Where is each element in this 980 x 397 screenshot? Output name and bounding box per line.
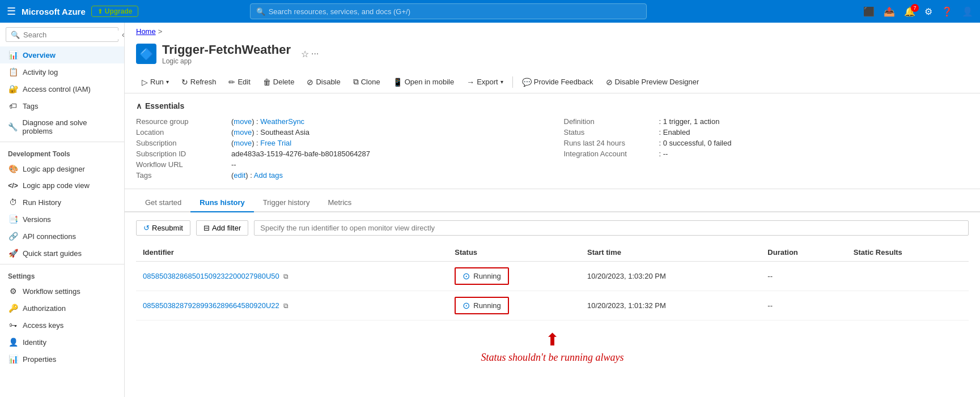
runs-table: Identifier Status Start time Duration St… — [136, 244, 969, 321]
sidebar-item-quick-start[interactable]: 🚀 Quick start guides — [0, 245, 124, 262]
resource-group-link[interactable]: WeatherSync — [260, 117, 304, 126]
export-button[interactable]: → Export ▾ — [461, 75, 509, 89]
azure-logo: Microsoft Azure — [22, 7, 86, 16]
delete-button[interactable]: 🗑 Delete — [257, 75, 300, 89]
workflow-url-label: Workflow URL — [136, 160, 227, 169]
sidebar-item-label: Quick start guides — [23, 249, 82, 258]
sidebar-item-run-history[interactable]: ⏱ Run History — [0, 194, 124, 211]
identity-icon: 👤 — [8, 338, 18, 347]
run-button[interactable]: ▷ Run ▾ — [136, 75, 175, 89]
sidebar-item-diagnose[interactable]: 🔧 Diagnose and solve problems — [0, 114, 124, 139]
tab-get-started[interactable]: Get started — [136, 194, 190, 212]
help-icon[interactable]: ❓ — [941, 6, 953, 17]
location-value: (move) : Southeast Asia — [231, 128, 309, 136]
toolbar: ▷ Run ▾ ↻ Refresh ✏ Edit 🗑 Delete ⊘ Disa… — [125, 71, 980, 93]
disable-button[interactable]: ⊘ Disable — [301, 75, 346, 89]
resubmit-label: Resubmit — [152, 224, 183, 232]
run-label: Run — [150, 78, 164, 86]
more-options-button[interactable]: ··· — [311, 49, 319, 59]
sidebar-search-box[interactable]: 🔍 « — [6, 27, 118, 42]
sidebar-search-icon: 🔍 — [11, 31, 20, 39]
tab-trigger-history[interactable]: Trigger history — [254, 194, 319, 212]
identifier-link[interactable]: 085850382879289936289664580920U22 — [143, 301, 279, 310]
sidebar-item-designer[interactable]: 🎨 Logic app designer — [0, 160, 124, 177]
tags-value: (edit) : Add tags — [231, 171, 283, 180]
tags-edit-link[interactable]: edit — [234, 171, 245, 180]
resubmit-icon: ↺ — [143, 224, 150, 232]
clone-label: Clone — [361, 78, 380, 86]
topbar: ☰ Microsoft Azure Upgrade 🔍 ⬛ 📤 🔔 7 ⚙ ❓ … — [0, 0, 980, 23]
essentials-status: Status : Enabled — [564, 127, 969, 138]
sidebar-item-versions[interactable]: 📑 Versions — [0, 211, 124, 228]
sidebar-item-workflow-settings[interactable]: ⚙ Workflow settings — [0, 283, 124, 300]
sidebar-item-iam[interactable]: 🔐 Access control (IAM) — [0, 80, 124, 97]
running-icon: ⊙ — [463, 271, 470, 281]
subscription-move-link[interactable]: move — [234, 139, 252, 147]
provide-feedback-button[interactable]: 💬 Provide Feedback — [516, 75, 599, 89]
delete-icon: 🗑 — [263, 78, 271, 87]
status-badge: ⊙ Running — [455, 267, 508, 285]
tab-metrics[interactable]: Metrics — [319, 194, 360, 212]
sidebar-item-api-connections[interactable]: 🔗 API connections — [0, 228, 124, 245]
portal-icon[interactable]: 📤 — [884, 6, 895, 17]
sidebar-item-code-view[interactable]: </> Logic app code view — [0, 177, 124, 194]
copy-icon[interactable]: ⧉ — [283, 272, 289, 280]
page-subtitle: Logic app — [162, 57, 291, 65]
essentials-toggle[interactable]: ∧ — [136, 101, 142, 110]
essentials-definition: Definition : 1 trigger, 1 action — [564, 116, 969, 127]
edit-button[interactable]: ✏ Edit — [223, 75, 256, 89]
sidebar-item-label: Access control (IAM) — [23, 85, 91, 93]
col-status: Status — [448, 244, 580, 262]
clone-button[interactable]: ⧉ Clone — [347, 74, 386, 89]
essentials-subscription: Subscription (move) : Free Trial — [136, 138, 541, 148]
runs-toolbar: ↺ Resubmit ⊟ Add filter — [136, 220, 969, 236]
essentials-title: ∧ Essentials — [136, 101, 969, 110]
integration-value: : -- — [659, 150, 668, 158]
copy-icon[interactable]: ⧉ — [283, 302, 289, 310]
global-search[interactable]: 🔍 — [250, 3, 647, 19]
disable-preview-button[interactable]: ⊘ Disable Preview Designer — [600, 75, 705, 89]
sidebar-item-properties[interactable]: 📊 Properties — [0, 351, 124, 368]
favorite-button[interactable]: ☆ — [301, 49, 309, 59]
sidebar-item-label: Logic app designer — [23, 165, 85, 173]
cloud-shell-icon[interactable]: ⬛ — [863, 6, 875, 17]
account-icon[interactable]: 👤 — [962, 6, 973, 17]
runs-content: ↺ Resubmit ⊟ Add filter Identifier Statu… — [125, 212, 980, 372]
sidebar-item-label: Workflow settings — [23, 287, 80, 296]
identifier-link[interactable]: 085850382868501509232200027980U50 — [143, 272, 279, 280]
search-input[interactable] — [269, 7, 640, 16]
notification-icon[interactable]: 🔔 7 — [904, 6, 915, 17]
sidebar-item-authorization[interactable]: 🔑 Authorization — [0, 300, 124, 317]
status-text: Running — [473, 272, 500, 280]
resubmit-button[interactable]: ↺ Resubmit — [136, 220, 190, 236]
disable-icon: ⊘ — [307, 78, 313, 87]
essentials-title-text: Essentials — [145, 101, 184, 110]
sidebar-item-identity[interactable]: 👤 Identity — [0, 334, 124, 351]
sidebar-search-input[interactable] — [23, 31, 118, 39]
run-identifier-input[interactable] — [254, 220, 969, 236]
breadcrumb-home[interactable]: Home — [136, 27, 156, 36]
add-filter-button[interactable]: ⊟ Add filter — [196, 220, 248, 236]
essentials-col-left: Resource group (move) : WeatherSync Loca… — [136, 116, 541, 181]
essentials-tags: Tags (edit) : Add tags — [136, 170, 541, 181]
resource-group-move-link[interactable]: move — [234, 117, 252, 126]
export-label: Export — [477, 78, 498, 86]
col-start-time: Start time — [580, 244, 761, 262]
sidebar-item-overview[interactable]: 📊 Overview — [0, 46, 124, 63]
add-tags-link[interactable]: Add tags — [254, 171, 283, 180]
refresh-button[interactable]: ↻ Refresh — [176, 75, 222, 89]
settings-icon[interactable]: ⚙ — [924, 6, 932, 17]
upgrade-button[interactable]: Upgrade — [91, 6, 139, 17]
location-move-link[interactable]: move — [234, 128, 252, 136]
sidebar-divider-1 — [0, 142, 124, 142]
sidebar-item-activity-log[interactable]: 📋 Activity log — [0, 63, 124, 80]
filter-label: Add filter — [212, 224, 241, 232]
subscription-link[interactable]: Free Trial — [260, 139, 291, 147]
open-mobile-label: Open in mobile — [405, 78, 454, 86]
sidebar-item-tags[interactable]: 🏷 Tags — [0, 97, 124, 114]
hamburger-icon[interactable]: ☰ — [7, 5, 16, 18]
sidebar-item-access-keys[interactable]: 🗝 Access keys — [0, 317, 124, 334]
tab-runs-history[interactable]: Runs history — [190, 194, 253, 212]
open-mobile-button[interactable]: 📱 Open in mobile — [387, 75, 460, 89]
settings-section: Settings — [0, 267, 124, 283]
